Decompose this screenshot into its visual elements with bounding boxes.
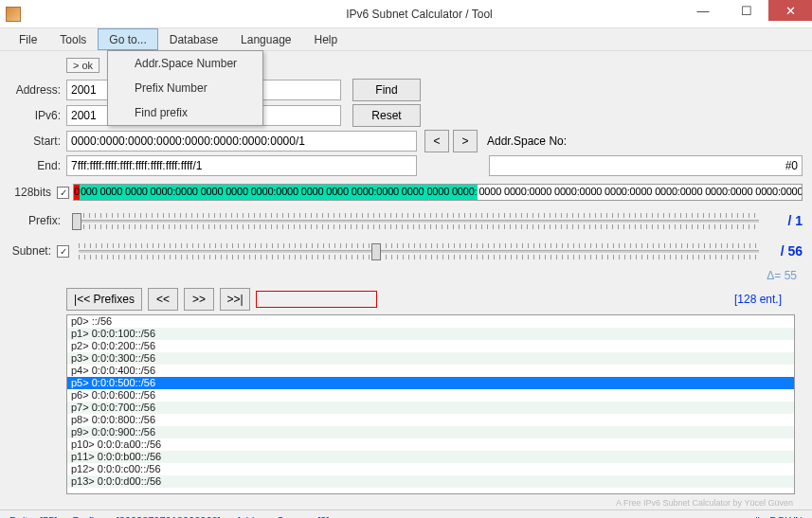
- prefix-value: / 1: [765, 213, 803, 228]
- list-item[interactable]: p3> 0:0:0:300::/56: [67, 352, 794, 365]
- menu-tools[interactable]: Tools: [48, 28, 98, 50]
- titlebar: IPv6 Subnet Calculator / Tool — ☐ ✕: [0, 0, 812, 28]
- addrspaceno-label: Addr.Space No:: [487, 134, 567, 148]
- minimize-button[interactable]: —: [681, 0, 725, 21]
- subnet-slider-thumb[interactable]: [371, 243, 381, 260]
- goto-dropdown: Addr.Space Number Prefix Number Find pre…: [107, 50, 263, 126]
- prefixes-last-button[interactable]: >>|: [220, 288, 250, 311]
- delta-label: Δ= 55: [9, 269, 803, 282]
- list-item[interactable]: p0> ::/56: [67, 315, 794, 328]
- list-item[interactable]: p2> 0:0:0:200::/56: [67, 340, 794, 352]
- close-button[interactable]: ✕: [768, 0, 812, 21]
- list-item[interactable]: p6> 0:0:0:600::/56: [67, 389, 794, 402]
- bits128-label: 128bits: [9, 186, 57, 199]
- dropdown-find-prefix[interactable]: Find prefix: [108, 100, 262, 125]
- prefixes-first-button[interactable]: |<< Prefixes: [66, 288, 142, 311]
- list-item[interactable]: p1> 0:0:0:100::/56: [67, 328, 794, 340]
- menu-help[interactable]: Help: [302, 28, 349, 50]
- addrspace-display[interactable]: [489, 155, 803, 176]
- window-controls: — ☐ ✕: [681, 0, 812, 21]
- prefix-list[interactable]: p0> ::/56p1> 0:0:0:100::/56p2> 0:0:0:200…: [66, 314, 795, 494]
- subnet-label: Subnet:: [9, 244, 57, 258]
- ok-badge: > ok: [66, 58, 99, 73]
- status-db: db=DOWN: [752, 515, 803, 519]
- list-item[interactable]: p12> 0:0:0:c00::/56: [67, 463, 794, 475]
- list-item[interactable]: p5> 0:0:0:500::/56: [67, 377, 794, 389]
- next-button[interactable]: >: [453, 130, 478, 152]
- prev-button[interactable]: <: [424, 130, 449, 152]
- prefixes-fwd-button[interactable]: >>: [184, 288, 214, 311]
- ipv6-label: IPv6:: [9, 109, 66, 122]
- end-label: End:: [9, 159, 66, 172]
- menu-language[interactable]: Language: [229, 28, 302, 50]
- prefix-slider[interactable]: [72, 208, 759, 233]
- list-item[interactable]: p9> 0:0:0:900::/56: [67, 426, 794, 438]
- search-redbox[interactable]: [256, 291, 377, 308]
- list-item[interactable]: p10> 0:0:0:a00::/56: [67, 438, 794, 451]
- start-label: Start:: [9, 134, 66, 148]
- bits-bar: 0 000 0000 0000 0000:0000 0000 0000 0000…: [73, 184, 803, 201]
- bits-green-segment: 000 0000 0000 0000:0000 0000 0000 0000:0…: [80, 185, 478, 200]
- find-button[interactable]: Find: [352, 79, 421, 101]
- app-icon: [6, 7, 21, 22]
- status-delta: Delta=[55]: [9, 515, 57, 519]
- list-item[interactable]: p11> 0:0:0:b00::/56: [67, 451, 794, 463]
- list-item[interactable]: p13> 0:0:0:d00::/56: [67, 475, 794, 488]
- statusbar: Delta=[55] Prefixes=[36028797018963968] …: [0, 509, 812, 518]
- address-label: Address:: [9, 83, 66, 97]
- end-input[interactable]: [66, 155, 417, 176]
- subnet-slider[interactable]: [79, 239, 759, 263]
- list-item[interactable]: p7> 0:0:0:700::/56: [67, 402, 794, 414]
- status-prefixes: Prefixes=[36028797018963968]: [72, 515, 220, 519]
- subnet-value: / 56: [765, 243, 803, 259]
- credit-text: A Free IPv6 Subnet Calculator by Yücel G…: [9, 494, 803, 509]
- subnet-checkbox[interactable]: ✓: [57, 245, 69, 258]
- list-item[interactable]: p4> 0:0:0:400::/56: [67, 365, 794, 377]
- reset-button[interactable]: Reset: [352, 104, 421, 127]
- menubar: File Tools Go to... Database Language He…: [0, 28, 812, 51]
- bits-white-segment: 0000 0000:0000 0000:0000 0000:0000 0000:…: [478, 185, 803, 200]
- prefix-label: Prefix:: [9, 214, 66, 227]
- dropdown-addrspace-number[interactable]: Addr.Space Number: [108, 51, 262, 76]
- start-input[interactable]: [66, 131, 417, 152]
- entries-count: [128 ent.]: [734, 293, 803, 306]
- prefix-slider-thumb[interactable]: [72, 213, 81, 230]
- menu-goto[interactable]: Go to...: [98, 28, 157, 50]
- status-addrspaces: Address Spaces=[2]: [236, 515, 330, 519]
- bits128-checkbox[interactable]: ✓: [57, 187, 69, 199]
- dropdown-prefix-number[interactable]: Prefix Number: [108, 76, 262, 100]
- list-item[interactable]: p8> 0:0:0:800::/56: [67, 414, 794, 426]
- menu-database[interactable]: Database: [158, 28, 229, 50]
- prefixes-back-button[interactable]: <<: [148, 288, 178, 311]
- maximize-button[interactable]: ☐: [725, 0, 768, 21]
- menu-file[interactable]: File: [8, 28, 48, 50]
